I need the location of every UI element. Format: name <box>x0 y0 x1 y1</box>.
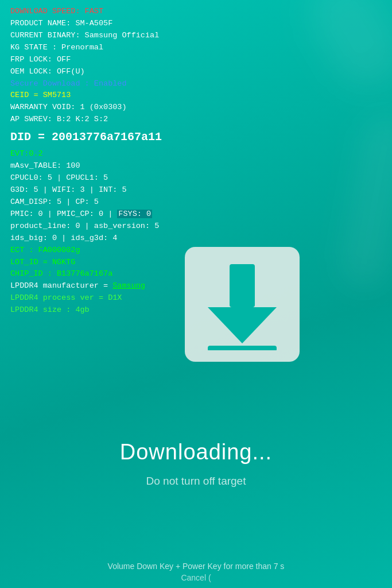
download-arrow-icon <box>202 258 282 350</box>
volume-key-instruction: Volume Down Key + Power Key for more tha… <box>0 562 392 571</box>
masv-table-line: mAsv_TABLE: 100 <box>10 160 382 172</box>
ceid-line: CEID = SM5713 <box>10 90 382 102</box>
kg-state-line: KG STATE : Prenormal <box>10 42 382 54</box>
ids-line: ids_big: 0 | ids_g3d: 4 <box>10 233 382 245</box>
evt-line: EVT:0.2 <box>10 148 382 160</box>
product-line-line: product_line: 0 | asb_version: 5 <box>10 220 382 233</box>
frp-lock-line: FRP LOCK: OFF <box>10 54 382 66</box>
secure-download-line: Secure Download : Enabled <box>10 78 382 90</box>
svg-rect-2 <box>208 346 277 350</box>
current-binary-line: CURRENT BINARY: Samsung Official <box>10 30 382 42</box>
pmic-line: PMIC: 0 | PMIC_CP: 0 | FSYS: 0 <box>10 208 382 220</box>
do-not-turn-label: Do not turn off target <box>0 475 392 488</box>
g3d-line: G3D: 5 | WIFI: 3 | INT: 5 <box>10 184 382 196</box>
cpu-line: CPUCL0: 5 | CPUCL1: 5 <box>10 172 382 184</box>
svg-marker-1 <box>208 307 277 343</box>
warranty-line: WARRANTY VOID: 1 (0x0303) <box>10 102 382 114</box>
did-line: DID = 20013776a7167a11 <box>10 128 382 146</box>
download-speed-line: DOWNLOAD SPEED: FAST <box>10 6 382 18</box>
downloading-label: Downloading... <box>0 440 392 465</box>
product-name-line: PRODUCT NAME: SM-A505F <box>10 18 382 30</box>
download-icon-container <box>185 247 300 362</box>
cam-disp-line: CAM_DISP: 5 | CP: 5 <box>10 196 382 208</box>
download-mode-screen: DOWNLOAD SPEED: FAST PRODUCT NAME: SM-A5… <box>0 0 392 588</box>
cancel-label: Cancel ( <box>0 573 392 582</box>
svg-rect-0 <box>230 264 255 307</box>
oem-lock-line: OEM LOCK: OFF(U) <box>10 66 382 78</box>
ap-swrev-line: AP SWREV: B:2 K:2 S:2 <box>10 114 382 126</box>
